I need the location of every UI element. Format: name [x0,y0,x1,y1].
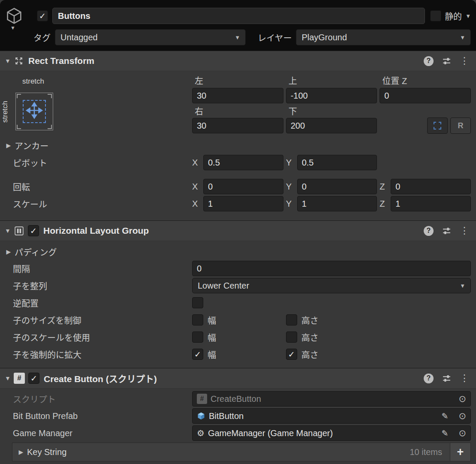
presets-icon[interactable] [442,374,451,383]
anchors-label: アンカー [15,139,48,152]
rotation-label: 回転 [13,181,192,193]
stretch-arrows-icon [25,102,43,122]
scale-x-input[interactable]: 1 [203,196,283,211]
reverse-arrangement-checkbox[interactable] [192,297,203,308]
scale-label: スケール [13,198,192,210]
horizontal-layout-group-header: ▼ ✓ Horizontal Layout Group ? ⋮ [0,220,476,241]
y-axis-label: Y [286,158,297,168]
help-icon[interactable]: ? [424,374,434,383]
game-manager-value: GameManager (Game Manager) [208,428,333,438]
use-scale-width-checkbox[interactable] [192,331,203,343]
use-scale-height-checkbox[interactable] [286,331,297,343]
posz-input[interactable]: 0 [380,88,471,103]
static-checkbox[interactable] [430,10,441,21]
foldout-closed-icon[interactable]: ▶ [17,449,25,455]
force-expand-width-checkbox[interactable]: ✓ [192,349,203,360]
foldout-open-icon[interactable]: ▼ [3,227,12,234]
scale-y-input[interactable]: 1 [297,196,377,211]
foldout-closed-icon[interactable]: ▶ [4,248,13,255]
x-axis-label: X [192,199,203,209]
width-label: 幅 [208,331,216,343]
bit-button-prefab-value: BitButton [209,411,244,421]
layer-value: PlayGround [301,33,347,42]
check-icon: ✓ [30,227,37,235]
component-title: Create Button (スクリプト) [44,372,157,385]
check-icon: ✓ [30,374,37,383]
edit-pencil-icon[interactable]: ✎ [441,411,448,421]
bit-button-prefab-field[interactable]: BitButton ✎ ⊙ [192,408,471,424]
height-label: 高さ [301,348,319,361]
blueprint-mode-button[interactable] [427,118,448,134]
rect-transform-header: ▼ Rect Transform ? ⋮ [0,51,476,71]
tag-dropdown[interactable]: Untagged ▼ [55,29,246,45]
z-axis-label: Z [380,182,391,192]
rect-transform-body: stretch stretch 左 上 位置 Z [0,71,476,220]
force-expand-height-checkbox[interactable]: ✓ [286,349,297,360]
child-alignment-dropdown[interactable]: Lower Center ▼ [192,278,471,293]
gear-icon: ⚙ [197,429,205,437]
control-size-height-checkbox[interactable] [286,314,297,325]
right-input[interactable]: 30 [192,118,283,133]
active-checkbox[interactable]: ✓ [37,10,48,21]
left-input[interactable]: 30 [192,88,283,103]
static-label: 静的 [445,10,462,22]
scale-z-input[interactable]: 1 [391,196,471,211]
script-label: スクリプト [13,393,192,405]
y-axis-label: Y [286,199,297,209]
anchor-corner-icon [17,125,21,129]
gameobject-name-row: ✓ Buttons 静的 ▼ [37,8,471,24]
name-input[interactable]: Buttons [52,8,425,24]
component-title: Rect Transform [28,56,94,66]
bottom-input[interactable]: 200 [286,118,377,133]
help-icon[interactable]: ? [424,56,434,66]
anchor-preset-widget[interactable] [15,93,53,130]
add-item-button[interactable]: + [450,443,470,461]
left-column-label: 左 [192,74,203,87]
child-alignment-label: 子を整列 [13,280,192,292]
pivot-y-input[interactable]: 0.5 [297,155,377,170]
bit-button-prefab-label: Bit Button Prefab [13,411,192,421]
component-enabled-checkbox[interactable]: ✓ [28,225,39,236]
object-picker-icon[interactable]: ⊙ [458,411,466,421]
rotation-z-input[interactable]: 0 [391,179,471,194]
height-label: 高さ [301,331,319,343]
spacing-input[interactable]: 0 [192,261,471,276]
component-enabled-checkbox[interactable]: ✓ [28,373,39,384]
y-axis-label: Y [286,182,297,192]
layer-label: レイヤー [258,31,292,44]
anchor-corner-icon [48,94,52,98]
raw-edit-mode-button[interactable]: R [450,118,471,134]
presets-icon[interactable] [442,226,451,235]
chevron-down-icon: ▼ [231,34,240,41]
unity-inspector: ▼ ✓ Buttons 静的 ▼ タグ Untagged ▼ レイヤー Play… [0,0,476,464]
top-column-label: 上 [286,74,297,87]
check-icon: ✓ [288,350,295,359]
presets-icon[interactable] [442,57,451,66]
child-force-expand-label: 子を強制的に拡大 [13,348,192,361]
horizontal-layout-group-body: ▶ パディング 間隔 0 子を整列 Lower Center ▼ 逆配置 子のサ… [0,241,476,368]
dashed-square-icon [434,122,441,130]
spacing-label: 間隔 [13,262,192,275]
help-icon[interactable]: ? [424,226,434,236]
rotation-x-input[interactable]: 0 [203,179,283,194]
top-input[interactable]: -100 [286,88,377,103]
kebab-menu-icon[interactable]: ⋮ [460,373,469,384]
component-title: Horizontal Layout Group [43,226,149,236]
kebab-menu-icon[interactable]: ⋮ [460,55,469,66]
kebab-menu-icon[interactable]: ⋮ [460,225,469,236]
check-icon: ✓ [39,12,46,20]
foldout-closed-icon[interactable]: ▶ [4,142,13,149]
object-picker-icon[interactable]: ⊙ [458,394,466,404]
layer-dropdown[interactable]: PlayGround ▼ [296,29,471,45]
edit-pencil-icon[interactable]: ✎ [441,428,448,438]
pivot-x-input[interactable]: 0.5 [203,155,283,170]
tag-label: タグ [33,31,51,44]
object-picker-icon[interactable]: ⊙ [458,428,466,438]
foldout-open-icon[interactable]: ▼ [3,57,12,64]
game-manager-field[interactable]: ⚙ GameManager (Game Manager) ✎ ⊙ [192,425,471,441]
width-label: 幅 [208,314,216,326]
rotation-y-input[interactable]: 0 [297,179,377,194]
control-size-width-checkbox[interactable] [192,314,203,325]
foldout-open-icon[interactable]: ▼ [3,375,12,382]
static-dropdown-arrow[interactable]: ▼ [465,13,471,19]
